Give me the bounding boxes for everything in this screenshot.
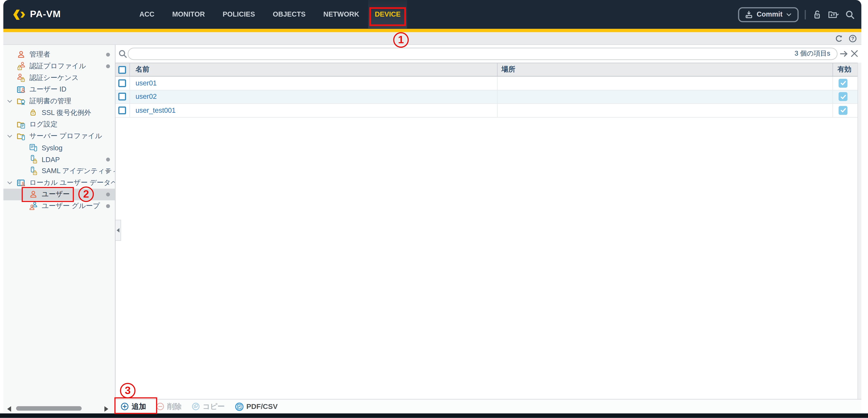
- sidebar-item-label: ユーザー ID: [30, 85, 66, 94]
- tab-acc[interactable]: ACC: [130, 0, 163, 29]
- annotation-step-3: 3: [120, 383, 135, 398]
- logo-text: PA-VM: [30, 9, 61, 20]
- delete-button[interactable]: 削除: [156, 401, 182, 411]
- scroll-right-arrow[interactable]: [104, 406, 108, 412]
- status-dot: [106, 204, 110, 208]
- commit-label: Commit: [756, 10, 782, 18]
- pdf-csv-icon: [235, 402, 244, 411]
- sidebar-item-syslog[interactable]: Syslog: [3, 142, 115, 154]
- sidebar-horizontal-scrollbar[interactable]: [3, 405, 115, 412]
- help-icon[interactable]: ?: [848, 34, 857, 43]
- table-row[interactable]: user02: [116, 90, 858, 104]
- sidebar-item-label: ローカル ユーザー データベース: [30, 178, 115, 188]
- navbar-separator: [805, 10, 806, 19]
- enabled-checkbox[interactable]: [839, 78, 847, 88]
- sidebar-item-label: 管理者: [30, 50, 50, 59]
- copy-button[interactable]: コピー: [192, 401, 225, 411]
- syslog-icon: [29, 143, 38, 153]
- location-cell: [498, 90, 833, 103]
- scroll-left-arrow[interactable]: [7, 406, 11, 412]
- column-header-enabled[interactable]: 有効: [833, 63, 858, 76]
- sidebar-item-ldap[interactable]: LDAP: [3, 154, 115, 165]
- sidebar-item-user-groups[interactable]: ユーザー グループ: [3, 200, 115, 212]
- search-input[interactable]: 3 個の項目s: [128, 48, 837, 60]
- enabled-checkbox[interactable]: [839, 92, 847, 101]
- pan-logo-icon: [12, 7, 26, 22]
- clear-filter-icon[interactable]: [850, 49, 859, 60]
- copy-icon: [192, 402, 200, 411]
- sidebar-item-label: Syslog: [42, 144, 62, 152]
- search-icon: [118, 49, 127, 60]
- delete-icon: [156, 402, 164, 411]
- row-checkbox[interactable]: [118, 106, 126, 114]
- sidebar-item-local-user-database[interactable]: ローカル ユーザー データベース: [3, 177, 115, 189]
- tab-policies[interactable]: POLICIES: [214, 0, 264, 29]
- scrollbar-thumb[interactable]: [16, 406, 82, 411]
- sidebar-item-users[interactable]: ユーザー: [3, 189, 115, 200]
- commit-button[interactable]: Commit: [738, 7, 799, 22]
- vertical-scrollbar-track[interactable]: [858, 63, 861, 399]
- table-row[interactable]: user01: [116, 76, 858, 90]
- sidebar-item-administrators[interactable]: 管理者: [3, 49, 115, 61]
- sidebar-item-ssl-decryption-exclusion[interactable]: SSL 復号化例外: [3, 107, 115, 119]
- chevron-down-icon[interactable]: [7, 133, 17, 139]
- user-link[interactable]: user01: [135, 79, 157, 87]
- certificate-management-icon: [17, 97, 26, 106]
- chevron-down-icon[interactable]: [7, 98, 17, 104]
- top-navbar: PA-VM ACC MONITOR POLICIES OBJECTS NETWO…: [3, 0, 861, 29]
- sidebar-item-authentication-sequence[interactable]: 認証シーケンス: [3, 72, 115, 84]
- status-dot: [106, 158, 110, 161]
- add-button[interactable]: 追加: [121, 401, 146, 411]
- status-dot: [106, 53, 110, 57]
- sidebar-item-label: SSL 復号化例外: [42, 108, 91, 118]
- content-area: 管理者 認証プロファイル 認証シーケンス: [3, 45, 861, 413]
- select-all-checkbox[interactable]: [118, 66, 126, 73]
- tab-network[interactable]: NETWORK: [314, 0, 368, 29]
- pa-vm-logo: PA-VM: [12, 0, 61, 29]
- config-sync-icon[interactable]: [828, 9, 839, 20]
- row-checkbox[interactable]: [118, 79, 126, 87]
- refresh-icon[interactable]: [835, 34, 843, 43]
- global-search-icon[interactable]: [845, 10, 855, 19]
- user-groups-icon: [29, 201, 38, 211]
- apply-filter-icon[interactable]: [840, 49, 848, 60]
- sidebar-item-certificate-management[interactable]: 証明書の管理: [3, 95, 115, 107]
- enabled-checkbox[interactable]: [839, 106, 847, 115]
- window-bottom-edge: [0, 413, 868, 418]
- sidebar-item-label: ユーザー: [42, 190, 70, 199]
- tab-objects[interactable]: OBJECTS: [264, 0, 314, 29]
- unlock-icon[interactable]: [812, 9, 822, 20]
- add-label: 追加: [132, 401, 146, 411]
- filter-row: 3 個の項目s: [116, 45, 861, 63]
- copy-label: コピー: [203, 401, 225, 411]
- main-nav-tabs: ACC MONITOR POLICIES OBJECTS NETWORK DEV…: [130, 0, 407, 29]
- pdf-csv-label: PDF/CSV: [246, 402, 278, 411]
- sidebar-item-label: 認証プロファイル: [30, 62, 86, 71]
- sidebar-item-authentication-profile[interactable]: 認証プロファイル: [3, 60, 115, 72]
- chevron-down-icon[interactable]: [7, 180, 17, 186]
- sidebar-item-label: サーバー プロファイル: [30, 131, 102, 141]
- accent-stripe: [3, 29, 861, 32]
- bottom-toolbar: 追加 削除 コピー: [116, 399, 861, 413]
- status-dot: [106, 193, 110, 196]
- sidebar-item-label: ログ設定: [30, 120, 58, 129]
- sidebar-item-saml-identity-provider[interactable]: SAML アイデンティティプ: [3, 165, 115, 177]
- sidebar-item-server-profiles[interactable]: サーバー プロファイル: [3, 130, 115, 142]
- sidebar-collapse-handle[interactable]: [116, 220, 121, 241]
- tab-monitor[interactable]: MONITOR: [163, 0, 214, 29]
- row-checkbox[interactable]: [118, 93, 126, 100]
- users-icon: [29, 190, 38, 199]
- authentication-profile-icon: [17, 62, 26, 71]
- table-row[interactable]: user_test001: [116, 104, 858, 117]
- table-header: 名前 場所 有効: [116, 63, 858, 76]
- sidebar-item-log-settings[interactable]: ログ設定: [3, 119, 115, 130]
- pdf-csv-button[interactable]: PDF/CSV: [235, 402, 278, 411]
- user-link[interactable]: user_test001: [135, 106, 176, 114]
- annotation-step-1: 1: [393, 32, 409, 48]
- column-header-location[interactable]: 場所: [498, 63, 833, 76]
- column-header-name[interactable]: 名前: [130, 63, 498, 76]
- tab-device[interactable]: DEVICE: [368, 0, 407, 29]
- server-profiles-icon: [17, 131, 26, 141]
- user-link[interactable]: user02: [135, 93, 157, 100]
- sidebar-item-user-id[interactable]: ユーザー ID: [3, 84, 115, 96]
